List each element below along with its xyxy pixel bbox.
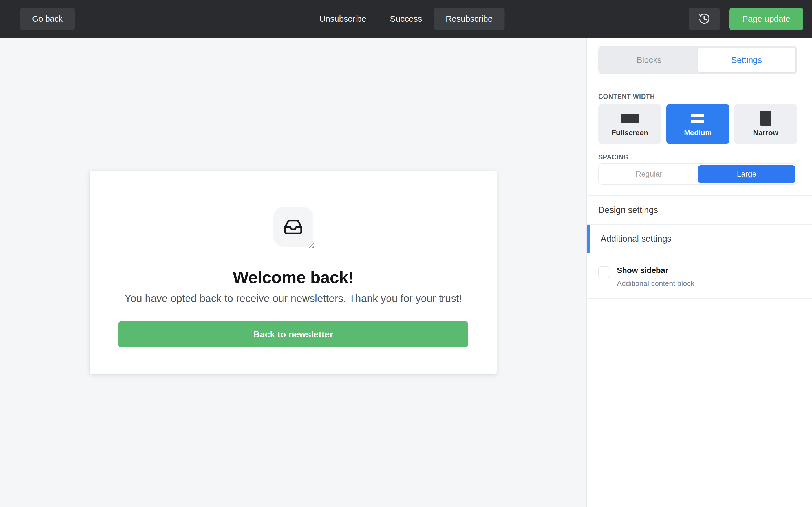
tab-success[interactable]: Success bbox=[378, 8, 434, 31]
show-sidebar-checkbox[interactable] bbox=[598, 267, 610, 278]
spacing-label: SPACING bbox=[598, 154, 797, 161]
show-sidebar-setting: Show sidebar Additional content block bbox=[587, 253, 812, 298]
narrow-width-icon bbox=[760, 111, 771, 126]
width-option-medium[interactable]: Medium bbox=[666, 104, 729, 144]
width-option-label: Fullscreen bbox=[612, 128, 648, 137]
topbar-actions: Page update bbox=[689, 8, 803, 31]
go-back-button[interactable]: Go back bbox=[20, 8, 75, 31]
content-width-options: Fullscreen Medium Narrow bbox=[598, 104, 797, 144]
tab-settings[interactable]: Settings bbox=[698, 48, 795, 72]
page-tabs: Unsubscribe Success Resubscribe bbox=[308, 0, 505, 38]
block-subtitle: You have opted back to receive our newsl… bbox=[124, 293, 462, 304]
spacing-option-large[interactable]: Large bbox=[698, 165, 795, 183]
show-sidebar-label: Show sidebar bbox=[617, 266, 695, 275]
fullscreen-width-icon bbox=[621, 111, 639, 126]
editor-topbar: Go back Unsubscribe Success Resubscribe … bbox=[0, 0, 812, 38]
inbox-icon bbox=[284, 217, 303, 237]
resubscribe-success-block[interactable]: Welcome back! You have opted back to rec… bbox=[90, 171, 497, 374]
divider bbox=[587, 298, 812, 298]
width-option-narrow[interactable]: Narrow bbox=[734, 104, 797, 144]
additional-settings-item[interactable]: Additional settings bbox=[587, 225, 812, 253]
content-width-label: CONTENT WIDTH bbox=[598, 93, 797, 101]
width-option-fullscreen[interactable]: Fullscreen bbox=[598, 104, 661, 144]
width-option-label: Medium bbox=[684, 128, 712, 137]
icon-block[interactable] bbox=[273, 207, 313, 247]
design-settings-label: Design settings bbox=[598, 205, 658, 215]
tab-unsubscribe[interactable]: Unsubscribe bbox=[308, 8, 378, 31]
back-to-newsletter-button[interactable]: Back to newsletter bbox=[118, 321, 468, 347]
content-width-section: CONTENT WIDTH Fullscreen Medium Narrow bbox=[587, 83, 812, 185]
page-update-button[interactable]: Page update bbox=[729, 8, 803, 31]
show-sidebar-description: Additional content block bbox=[617, 279, 695, 288]
history-icon bbox=[698, 12, 711, 25]
spacing-toggle: Regular Large bbox=[598, 163, 797, 185]
history-button[interactable] bbox=[689, 8, 720, 31]
spacing-option-regular[interactable]: Regular bbox=[600, 165, 698, 183]
tab-resubscribe[interactable]: Resubscribe bbox=[434, 8, 505, 31]
page-editor: Go back Unsubscribe Success Resubscribe … bbox=[0, 0, 812, 507]
additional-settings-label: Additional settings bbox=[601, 234, 672, 244]
medium-width-icon bbox=[691, 111, 704, 126]
width-option-label: Narrow bbox=[753, 128, 778, 137]
panel-mode-switch: Blocks Settings bbox=[598, 46, 797, 74]
block-title: Welcome back! bbox=[233, 268, 354, 287]
settings-sidebar: Blocks Settings CONTENT WIDTH Fullscreen… bbox=[587, 38, 812, 507]
tab-blocks[interactable]: Blocks bbox=[600, 48, 698, 72]
design-settings-item[interactable]: Design settings bbox=[587, 196, 812, 224]
resize-handle-icon[interactable] bbox=[307, 240, 314, 247]
editor-canvas: Welcome back! You have opted back to rec… bbox=[0, 38, 587, 507]
